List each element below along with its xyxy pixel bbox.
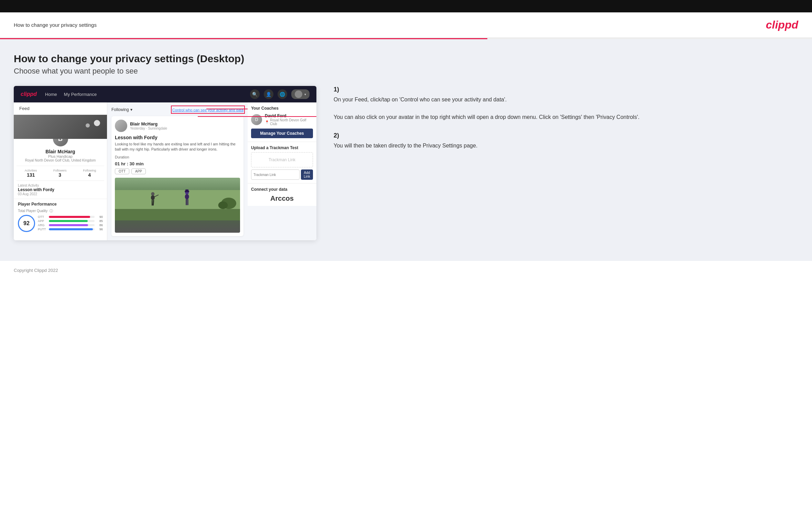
coaches-title: Your Coaches: [251, 106, 313, 111]
tpq-body: 92 OTT 90: [18, 215, 103, 232]
globe-icon[interactable]: 🌐: [278, 89, 287, 99]
feed-post-header: Blair McHarg Yesterday · Sunningdale: [115, 120, 240, 132]
ott-bar-row: OTT 90: [38, 215, 103, 219]
putt-bar-row: PUTT 96: [38, 228, 103, 231]
profile-handicap: Plus Handicap: [14, 154, 107, 158]
arg-bar-row: ARG 86: [38, 223, 103, 227]
arg-bar-fill: [49, 224, 88, 226]
demo-layout: clippd Home My Performance 🔍 👤 🌐 ▾: [14, 86, 798, 240]
latest-activity-name: Lesson with Fordy: [18, 187, 103, 192]
post-author-info: Blair McHarg Yesterday · Sunningdale: [130, 121, 167, 130]
app-label: APP: [38, 219, 47, 223]
trackman-input[interactable]: [251, 169, 300, 180]
manage-coaches-button[interactable]: Manage Your Coaches: [251, 129, 313, 138]
player-performance-title: Player Performance: [18, 202, 103, 207]
svg-rect-12: [185, 189, 188, 191]
duration-value: 01 hr : 30 min: [115, 161, 240, 166]
followers-value: 3: [53, 172, 67, 178]
instructions-panel: 1) On your Feed, click/tap on 'Control w…: [330, 86, 798, 160]
putt-bar-bg: [49, 228, 95, 230]
followers-stat: Followers 3: [53, 169, 67, 178]
top-black-bar: [0, 0, 812, 12]
connect-title: Connect your data: [251, 187, 313, 192]
following-stat: Following 4: [83, 169, 96, 178]
app-nav-items: Home My Performance: [45, 92, 242, 97]
app-logo-icon: clippd: [21, 91, 37, 97]
followers-label: Followers: [53, 169, 67, 172]
svg-rect-13: [186, 199, 187, 205]
feed-header: Following ▾ Control who can see your act…: [111, 107, 243, 113]
profile-stats: Activities 131 Followers 3 Following 4: [17, 166, 104, 181]
ott-bar-fill: [49, 216, 90, 218]
coach-name: David Ford: [265, 113, 313, 118]
main-content: How to change your privacy settings (Des…: [0, 39, 812, 261]
add-link-button[interactable]: Add Link: [301, 169, 313, 180]
app-right-panel: Your Coaches D David Ford 📍 Royal North …: [248, 102, 316, 240]
svg-point-9: [185, 194, 189, 199]
search-icon[interactable]: 🔍: [250, 89, 260, 99]
avatar-dropdown[interactable]: ▾: [291, 89, 310, 99]
arg-label: ARG: [38, 223, 47, 227]
nav-home[interactable]: Home: [45, 92, 57, 97]
page-heading: How to change your privacy settings (Des…: [14, 53, 798, 65]
coach-avatar: D: [251, 114, 262, 125]
post-author-name: Blair McHarg: [130, 121, 167, 126]
app-bar-row: APP 85: [38, 219, 103, 223]
post-image: [115, 178, 240, 233]
clippd-logo: clippd: [766, 19, 798, 31]
app-nav-icons: 🔍 👤 🌐 ▾: [250, 89, 310, 99]
header-title: How to change your privacy settings: [14, 22, 97, 28]
app-tag: APP: [131, 168, 146, 174]
svg-point-3: [218, 201, 228, 209]
trackman-input-row: Add Link: [251, 169, 313, 180]
arccos-logo: Arccos: [251, 195, 313, 202]
ott-label: OTT: [38, 215, 47, 219]
ott-val: 90: [96, 215, 103, 219]
putt-bar-fill: [49, 228, 93, 230]
instruction-2-num: 2): [334, 132, 798, 139]
post-date: Yesterday · Sunningdale: [130, 126, 167, 130]
coach-club: 📍 Royal North Devon Golf Club: [265, 118, 313, 126]
post-avatar: [115, 120, 127, 132]
following-label: Following: [83, 169, 96, 172]
post-body: Looking to feel like my hands are exitin…: [115, 142, 240, 152]
instruction-1-text: On your Feed, click/tap on 'Control who …: [334, 95, 798, 122]
svg-rect-14: [187, 199, 188, 205]
annotation-horizontal-line: [198, 116, 316, 117]
post-avatar-img: [115, 120, 127, 132]
trackman-link-placeholder: Trackman Link: [251, 152, 313, 167]
latest-activity-date: 03 Aug 2022: [18, 192, 103, 196]
app-feed: Following ▾ Control who can see your act…: [107, 102, 248, 240]
app-screenshot: clippd Home My Performance 🔍 👤 🌐 ▾: [14, 86, 316, 240]
page-subheading: Choose what you want people to see: [14, 67, 798, 76]
post-tags: OTT APP: [115, 168, 240, 174]
app-bar-bg: [49, 220, 95, 222]
location-icon: 📍: [265, 120, 269, 124]
activities-label: Activities: [25, 169, 37, 172]
app-sidebar: Feed B Blair McHarg Plus Handicap Royal …: [14, 102, 107, 240]
person-icon[interactable]: 👤: [264, 89, 273, 99]
connect-card: Connect your data Arccos: [248, 184, 316, 206]
putt-val: 96: [96, 228, 103, 231]
feed-tab[interactable]: Feed: [14, 102, 107, 115]
coach-row: D David Ford 📍 Royal North Devon Golf Cl…: [251, 113, 313, 126]
instruction-2: 2) You will then be taken directly to th…: [334, 132, 798, 150]
coach-info: David Ford 📍 Royal North Devon Golf Club: [265, 113, 313, 126]
app-nav: clippd Home My Performance 🔍 👤 🌐 ▾: [14, 86, 316, 102]
svg-rect-1: [115, 209, 240, 220]
tpq-label: Total Player Quality ⓘ: [18, 209, 103, 213]
top-header: How to change your privacy settings clip…: [0, 12, 812, 38]
profile-banner: [14, 115, 107, 139]
copyright: Copyright Clippd 2022: [14, 268, 58, 273]
banner-image: [14, 115, 107, 139]
app-val: 85: [96, 219, 103, 223]
following-button[interactable]: Following ▾: [111, 107, 132, 112]
latest-activity: Latest Activity Lesson with Fordy 03 Aug…: [14, 181, 107, 199]
putt-label: PUTT: [38, 228, 47, 231]
post-title: Lesson with Fordy: [115, 135, 240, 140]
ott-bar-bg: [49, 216, 95, 218]
instruction-2-text: You will then be taken directly to the P…: [334, 141, 798, 150]
app-bar-fill: [49, 220, 88, 222]
arg-bar-bg: [49, 224, 95, 226]
nav-my-performance[interactable]: My Performance: [64, 92, 97, 97]
